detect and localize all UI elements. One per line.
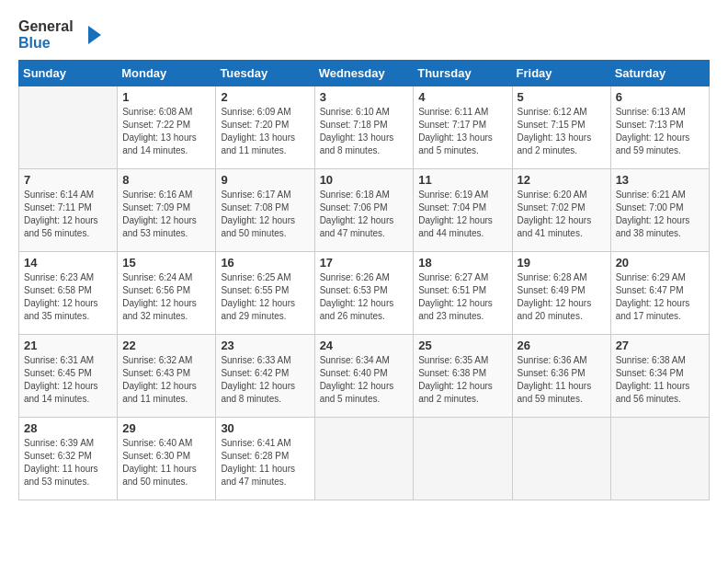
day-number: 29 [122,421,210,435]
day-header: Wednesday [314,61,414,86]
day-info: Sunrise: 6:34 AM Sunset: 6:40 PM Dayligh… [320,354,409,406]
day-info: Sunrise: 6:25 AM Sunset: 6:55 PM Dayligh… [221,271,309,323]
day-info: Sunrise: 6:27 AM Sunset: 6:51 PM Dayligh… [418,271,506,323]
day-info: Sunrise: 6:14 AM Sunset: 7:11 PM Dayligh… [24,189,112,240]
day-number: 4 [418,90,506,104]
calendar-header-row: SundayMondayTuesdayWednesdayThursdayFrid… [19,61,710,86]
day-number: 8 [122,173,210,187]
day-info: Sunrise: 6:32 AM Sunset: 6:43 PM Dayligh… [122,354,210,406]
calendar-cell: 7Sunrise: 6:14 AM Sunset: 7:11 PM Daylig… [19,169,118,252]
day-info: Sunrise: 6:08 AM Sunset: 7:22 PM Dayligh… [122,106,210,157]
calendar-cell: 25Sunrise: 6:35 AM Sunset: 6:38 PM Dayli… [414,335,512,418]
calendar-cell: 18Sunrise: 6:27 AM Sunset: 6:51 PM Dayli… [414,252,512,335]
day-number: 24 [320,339,409,352]
calendar-cell: 17Sunrise: 6:26 AM Sunset: 6:53 PM Dayli… [314,252,414,335]
svg-marker-0 [88,26,101,44]
day-number: 2 [221,90,309,104]
day-number: 16 [221,256,309,270]
calendar-cell: 2Sunrise: 6:09 AM Sunset: 7:20 PM Daylig… [216,86,314,169]
logo-arrow-icon [79,22,105,48]
day-number: 22 [122,339,210,352]
day-header: Thursday [414,61,512,86]
day-number: 19 [518,256,606,270]
day-info: Sunrise: 6:16 AM Sunset: 7:09 PM Dayligh… [122,189,210,240]
day-number: 20 [616,256,704,270]
calendar-cell: 11Sunrise: 6:19 AM Sunset: 7:04 PM Dayli… [414,169,512,252]
calendar-cell [414,418,512,500]
day-info: Sunrise: 6:38 AM Sunset: 6:34 PM Dayligh… [616,354,704,406]
day-number: 7 [24,173,112,187]
calendar-cell [512,418,610,500]
calendar-cell: 27Sunrise: 6:38 AM Sunset: 6:34 PM Dayli… [610,335,709,418]
day-number: 18 [418,256,506,270]
day-info: Sunrise: 6:17 AM Sunset: 7:08 PM Dayligh… [221,189,309,240]
day-header: Tuesday [216,61,314,86]
day-number: 21 [24,339,112,352]
calendar-cell [19,86,118,169]
calendar-cell: 24Sunrise: 6:34 AM Sunset: 6:40 PM Dayli… [314,335,414,418]
calendar-cell: 28Sunrise: 6:39 AM Sunset: 6:32 PM Dayli… [19,418,118,500]
calendar-cell: 26Sunrise: 6:36 AM Sunset: 6:36 PM Dayli… [512,335,610,418]
calendar-cell: 23Sunrise: 6:33 AM Sunset: 6:42 PM Dayli… [216,335,314,418]
calendar-cell [314,418,414,500]
day-info: Sunrise: 6:09 AM Sunset: 7:20 PM Dayligh… [221,106,309,157]
day-number: 11 [418,173,506,187]
day-number: 14 [24,256,112,270]
calendar-cell: 5Sunrise: 6:12 AM Sunset: 7:15 PM Daylig… [512,86,610,169]
calendar-week-row: 28Sunrise: 6:39 AM Sunset: 6:32 PM Dayli… [19,418,710,500]
day-info: Sunrise: 6:18 AM Sunset: 7:06 PM Dayligh… [320,189,409,240]
day-number: 27 [616,339,704,352]
day-info: Sunrise: 6:29 AM Sunset: 6:47 PM Dayligh… [616,271,704,323]
day-info: Sunrise: 6:13 AM Sunset: 7:13 PM Dayligh… [616,106,704,157]
calendar-cell: 12Sunrise: 6:20 AM Sunset: 7:02 PM Dayli… [512,169,610,252]
day-info: Sunrise: 6:35 AM Sunset: 6:38 PM Dayligh… [418,354,506,406]
calendar-cell: 15Sunrise: 6:24 AM Sunset: 6:56 PM Dayli… [118,252,216,335]
day-info: Sunrise: 6:26 AM Sunset: 6:53 PM Dayligh… [320,271,409,323]
day-number: 6 [616,90,704,104]
day-info: Sunrise: 6:41 AM Sunset: 6:28 PM Dayligh… [221,437,309,488]
calendar-cell: 22Sunrise: 6:32 AM Sunset: 6:43 PM Dayli… [118,335,216,418]
calendar-cell: 16Sunrise: 6:25 AM Sunset: 6:55 PM Dayli… [216,252,314,335]
calendar-week-row: 21Sunrise: 6:31 AM Sunset: 6:45 PM Dayli… [19,335,710,418]
calendar-week-row: 1Sunrise: 6:08 AM Sunset: 7:22 PM Daylig… [19,86,710,169]
calendar-cell: 14Sunrise: 6:23 AM Sunset: 6:58 PM Dayli… [19,252,118,335]
logo-general: General [18,18,74,35]
day-number: 23 [221,339,309,352]
day-info: Sunrise: 6:40 AM Sunset: 6:30 PM Dayligh… [122,437,210,488]
calendar-cell: 19Sunrise: 6:28 AM Sunset: 6:49 PM Dayli… [512,252,610,335]
day-number: 12 [518,173,606,187]
day-header: Monday [118,61,216,86]
day-number: 15 [122,256,210,270]
day-number: 5 [518,90,606,104]
day-number: 3 [320,90,409,104]
calendar-cell: 1Sunrise: 6:08 AM Sunset: 7:22 PM Daylig… [118,86,216,169]
day-number: 30 [221,421,309,435]
day-info: Sunrise: 6:20 AM Sunset: 7:02 PM Dayligh… [518,189,606,240]
day-number: 28 [24,421,112,435]
logo-blue: Blue [18,35,74,52]
day-number: 9 [221,173,309,187]
logo: General Blue [18,18,105,51]
day-info: Sunrise: 6:33 AM Sunset: 6:42 PM Dayligh… [221,354,309,406]
day-info: Sunrise: 6:21 AM Sunset: 7:00 PM Dayligh… [616,189,704,240]
calendar-cell: 21Sunrise: 6:31 AM Sunset: 6:45 PM Dayli… [19,335,118,418]
day-header: Saturday [610,61,709,86]
day-header: Friday [512,61,610,86]
calendar-cell: 13Sunrise: 6:21 AM Sunset: 7:00 PM Dayli… [610,169,709,252]
calendar-cell: 6Sunrise: 6:13 AM Sunset: 7:13 PM Daylig… [610,86,709,169]
day-info: Sunrise: 6:39 AM Sunset: 6:32 PM Dayligh… [24,437,112,488]
page-header: General Blue [18,18,710,51]
logo-graphic: General Blue [18,18,74,51]
calendar-cell: 8Sunrise: 6:16 AM Sunset: 7:09 PM Daylig… [118,169,216,252]
day-number: 26 [518,339,606,352]
calendar-cell: 4Sunrise: 6:11 AM Sunset: 7:17 PM Daylig… [414,86,512,169]
day-info: Sunrise: 6:24 AM Sunset: 6:56 PM Dayligh… [122,271,210,323]
calendar-cell [610,418,709,500]
day-header: Sunday [19,61,118,86]
day-info: Sunrise: 6:10 AM Sunset: 7:18 PM Dayligh… [320,106,409,157]
day-number: 25 [418,339,506,352]
calendar-cell: 10Sunrise: 6:18 AM Sunset: 7:06 PM Dayli… [314,169,414,252]
calendar-cell: 3Sunrise: 6:10 AM Sunset: 7:18 PM Daylig… [314,86,414,169]
calendar-cell: 20Sunrise: 6:29 AM Sunset: 6:47 PM Dayli… [610,252,709,335]
day-info: Sunrise: 6:36 AM Sunset: 6:36 PM Dayligh… [518,354,606,406]
